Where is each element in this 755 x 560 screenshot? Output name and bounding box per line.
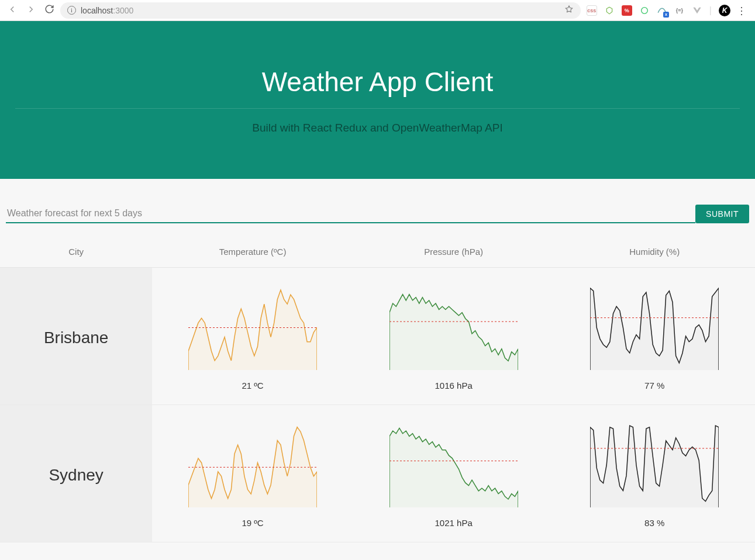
reload-icon[interactable] <box>44 4 54 17</box>
submit-button[interactable]: SUBMIT <box>695 205 749 223</box>
sparkline-humidity <box>590 285 719 372</box>
ext-red-icon[interactable]: % <box>622 5 632 16</box>
sparkline-temp <box>188 285 317 372</box>
info-icon[interactable]: i <box>67 6 76 15</box>
ext-node-icon[interactable] <box>604 5 615 16</box>
ext-k-icon[interactable]: K <box>719 5 730 16</box>
forecast-table: City Temperature (ºC) Pressure (hPa) Hum… <box>0 241 755 542</box>
sparkline-pressure <box>389 285 518 372</box>
sparkline-humidity <box>590 423 719 510</box>
sparkline-pressure <box>389 423 518 510</box>
search-input[interactable] <box>6 205 695 223</box>
search-form: SUBMIT <box>6 205 749 223</box>
city-name: Sydney <box>6 466 146 485</box>
url-host: localhost:3000 <box>81 6 133 15</box>
ext-tail-icon[interactable]: x <box>657 5 667 16</box>
svg-point-0 <box>642 7 648 13</box>
avg-pressure-label: 1021 hPa <box>359 518 549 528</box>
avg-pressure-label: 1016 hPa <box>359 381 549 390</box>
browser-menu-icon[interactable]: ⋯ <box>736 6 749 15</box>
browser-toolbar: i localhost:3000 css % x {=} | K ⋯ <box>0 0 755 21</box>
avg-temp-label: 21 ºC <box>158 381 347 390</box>
divider <box>15 108 740 109</box>
ext-css-icon[interactable]: css <box>587 5 597 16</box>
sparkline-temp <box>188 423 317 510</box>
extensions-row: css % x {=} | K ⋯ <box>587 4 747 17</box>
ext-brace-icon[interactable]: {=} <box>674 5 685 16</box>
back-icon[interactable] <box>7 4 18 17</box>
col-pressure: Pressure (hPa) <box>353 241 554 268</box>
col-humidity: Humidity (%) <box>554 241 755 268</box>
page-title: Weather App Client <box>262 66 494 98</box>
forward-icon[interactable] <box>26 4 36 17</box>
page-subtitle: Build with React Redux and OpenWeatherMa… <box>252 122 502 134</box>
city-name: Brisbane <box>6 329 146 347</box>
page-header: Weather App Client Build with React Redu… <box>0 21 755 179</box>
avg-humidity-label: 83 % <box>560 518 749 528</box>
avg-temp-label: 19 ºC <box>158 518 347 528</box>
avg-humidity-label: 77 % <box>560 381 749 390</box>
bookmark-star-icon[interactable] <box>564 5 574 16</box>
ext-green-icon[interactable] <box>639 5 650 16</box>
ext-vue-icon[interactable] <box>692 5 702 16</box>
col-temperature: Temperature (ºC) <box>152 241 353 268</box>
col-city: City <box>0 241 152 268</box>
address-bar[interactable]: i localhost:3000 <box>60 2 581 19</box>
table-row: Sydney 19 ºC 1021 hPa 83 % <box>0 405 755 542</box>
table-row: Brisbane 21 ºC 1016 hPa 77 % <box>0 268 755 405</box>
